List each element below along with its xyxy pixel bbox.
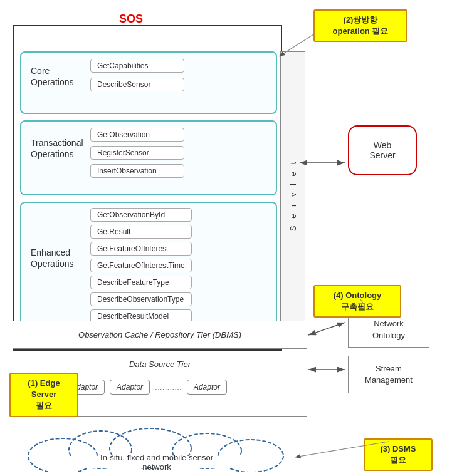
list-item: GetFeatureOfInterest xyxy=(90,242,192,256)
sos-box: CoreOperations GetCapabilities DescribeS… xyxy=(13,25,282,351)
enhanced-operations-box: EnhancedOperations GetObservationById Ge… xyxy=(20,202,277,333)
callout-edge-server: (1) Edge Server필요 xyxy=(9,373,78,417)
obs-cache-label: Observation Cache / Repository Tier (DBM… xyxy=(78,330,241,339)
servlet-box: S e r v l e t xyxy=(280,51,305,339)
svg-text:In-situ, fixed and mobile sens: In-situ, fixed and mobile sensor xyxy=(100,453,214,462)
svg-text:network: network xyxy=(142,462,171,472)
transactional-operations-box: TransactionalOperations GetObservation R… xyxy=(20,120,277,195)
callout-bidirectional-op: (2)쌍방향operation 필요 xyxy=(313,9,407,42)
transactional-operations-items: GetObservation RegisterSensor InsertObse… xyxy=(90,128,184,178)
list-item: GetObservation xyxy=(90,128,184,142)
core-operations-box: CoreOperations GetCapabilities DescribeS… xyxy=(20,51,277,114)
stream-management-label: StreamManagement xyxy=(365,363,413,386)
list-item: GetResult xyxy=(90,225,192,239)
callout-dsms: (3) DSMS필요 xyxy=(364,438,433,471)
stream-management-box: StreamManagement xyxy=(348,356,429,393)
adaptor-box: Adaptor xyxy=(187,380,227,395)
transactional-operations-label: TransactionalOperations xyxy=(31,137,83,160)
list-item: InsertObservation xyxy=(90,164,184,178)
list-item: DescribeFeatureType xyxy=(90,276,192,289)
web-server-label: WebServer xyxy=(369,140,395,160)
list-item: GetObservationById xyxy=(90,208,192,222)
list-item: DescribeObservationType xyxy=(90,292,192,306)
dots-label: ........... xyxy=(155,382,182,392)
servlet-label: S e r v l e t xyxy=(288,160,298,231)
data-source-label: Data Source Tier xyxy=(129,360,191,369)
list-item: RegisterSensor xyxy=(90,146,184,160)
core-operations-items: GetCapabilities DescribeSensor xyxy=(90,59,184,91)
obs-cache-box: Observation Cache / Repository Tier (DBM… xyxy=(13,321,307,349)
callout-ontology: (4) Ontology구축필요 xyxy=(313,285,401,318)
enhanced-operations-items: GetObservationById GetResult GetFeatureO… xyxy=(90,208,192,323)
sensor-network-cloud: In-situ, fixed and mobile sensor network xyxy=(25,425,288,472)
list-item: GetFeatureOfInterestTime xyxy=(90,259,192,272)
enhanced-operations-label: EnhancedOperations xyxy=(31,247,73,269)
web-server-box: WebServer xyxy=(348,125,417,175)
core-operations-label: CoreOperations xyxy=(31,65,73,88)
adaptor-box: Adaptor xyxy=(110,380,150,395)
list-item: DescribeSensor xyxy=(90,78,184,91)
list-item: GetCapabilities xyxy=(90,59,184,73)
sos-title: SOS xyxy=(119,13,143,26)
svg-line-11 xyxy=(308,323,345,335)
